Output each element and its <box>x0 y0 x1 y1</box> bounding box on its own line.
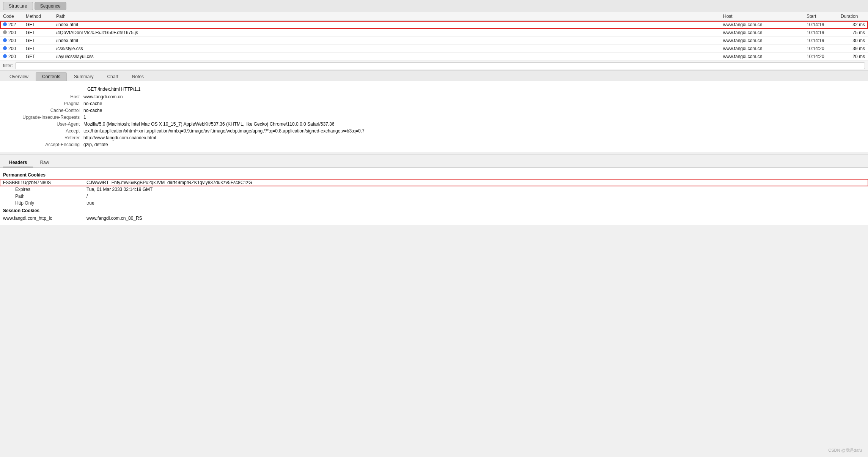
detail-field-label: Host <box>0 94 83 99</box>
cookie-sub-value: true <box>86 200 94 206</box>
tab-contents[interactable]: Contents <box>36 72 67 81</box>
detail-tabs: Overview Contents Summary Chart Notes <box>0 71 868 81</box>
status-indicator <box>3 22 7 26</box>
filter-label: filter: <box>3 63 13 68</box>
session-cookies-title: Session Cookies <box>0 206 868 215</box>
bottom-tabs: Headers Raw <box>0 157 868 168</box>
table-row[interactable]: 200GET/layui/css/layui.csswww.fangdi.com… <box>0 53 868 61</box>
detail-field-label: Accept-Encoding <box>0 142 83 147</box>
top-toolbar: Structure Sequence <box>0 0 868 12</box>
filter-input[interactable] <box>15 62 865 69</box>
table-row[interactable]: 202GET/index.htmlwww.fangdi.com.cn10:14:… <box>0 21 868 29</box>
session-cookie-value: www.fangdi.com.cn_80_RS <box>86 216 142 221</box>
permanent-cookies-title: Permanent Cookies <box>0 171 868 179</box>
col-header-start: Start <box>804 12 838 21</box>
detail-field-row: Pragmano-cache <box>0 100 868 107</box>
request-title-row: GET /index.html HTTP/1.1 <box>0 85 868 93</box>
session-cookie-row: www.fangdi.com_http_icwww.fangdi.com.cn_… <box>0 215 868 222</box>
cookie-sub-value: / <box>86 194 88 199</box>
tab-raw[interactable]: Raw <box>34 158 55 167</box>
detail-field-label: Cache-Control <box>0 108 83 113</box>
cookie-sub-value: Tue, 01 Mar 2033 02:14:19 GMT <box>86 187 153 192</box>
tab-sequence[interactable]: Sequence <box>35 2 66 10</box>
table-header-row: Code Method Path Host Start Duration <box>0 12 868 21</box>
table-row[interactable]: 200GET/css/style.csswww.fangdi.com.cn10:… <box>0 45 868 53</box>
cookie-sub-key: Expires <box>15 187 79 192</box>
detail-field-value: http://www.fangdi.com.cn/index.html <box>83 135 156 140</box>
detail-field-label: Pragma <box>0 101 83 106</box>
col-header-method: Method <box>23 12 53 21</box>
col-header-host: Host <box>720 12 804 21</box>
filter-bar: filter: <box>0 61 868 71</box>
detail-field-value: text/html,application/xhtml+xml,applicat… <box>83 128 365 134</box>
tab-headers[interactable]: Headers <box>3 158 33 167</box>
detail-field-value: gzip, deflate <box>83 142 108 147</box>
cookie-value: CJWwwRT_Fhfy.mwi6vKgBPu2qkJVM_d9rf49mprR… <box>86 180 252 185</box>
request-detail: GET /index.html HTTP/1.1 Hostwww.fangdi.… <box>0 81 868 152</box>
detail-field-label: Accept <box>0 128 83 134</box>
detail-field-value: www.fangdi.com.cn <box>83 94 123 99</box>
detail-field-row: Cache-Controlno-cache <box>0 107 868 114</box>
tab-overview[interactable]: Overview <box>3 72 35 81</box>
table-row[interactable]: 200GET/4QbVtADbnLVIc/c.FxJzG50F.dfe1675.… <box>0 29 868 37</box>
status-indicator <box>3 38 7 42</box>
tab-structure[interactable]: Structure <box>3 2 33 10</box>
detail-field-row: Accept-Encodinggzip, deflate <box>0 141 868 148</box>
cookie-sub-row: ExpiresTue, 01 Mar 2033 02:14:19 GMT <box>0 186 868 193</box>
detail-field-label: User-Agent <box>0 121 83 127</box>
cookie-sub-key: Path <box>15 194 79 199</box>
cookie-sub-key: Http Only <box>15 200 79 206</box>
cookies-section: Permanent Cookies FSSBBII1UgzbN7N80SCJWw… <box>0 168 868 225</box>
cookie-key: FSSBBII1UgzbN7N80S <box>3 180 79 185</box>
network-table: Code Method Path Host Start Duration 202… <box>0 12 868 61</box>
detail-field-row: Hostwww.fangdi.com.cn <box>0 93 868 100</box>
network-table-container: Code Method Path Host Start Duration 202… <box>0 12 868 61</box>
detail-field-label: Upgrade-Insecure-Requests <box>0 115 83 120</box>
col-header-code: Code <box>0 12 23 21</box>
session-cookie-key: www.fangdi.com_http_ic <box>3 216 79 221</box>
col-header-path: Path <box>53 12 720 21</box>
permanent-cookie-row[interactable]: FSSBBII1UgzbN7N80SCJWwwRT_Fhfy.mwi6vKgBP… <box>0 179 868 186</box>
cookie-sub-row: Path/ <box>0 193 868 200</box>
detail-field-label: Referer <box>0 135 83 140</box>
detail-field-value: 1 <box>83 115 86 120</box>
detail-field-row: Accepttext/html,application/xhtml+xml,ap… <box>0 128 868 134</box>
watermark: CSDN @我是dafu <box>828 448 862 453</box>
table-row[interactable]: 200GET/index.htmlwww.fangdi.com.cn10:14:… <box>0 37 868 45</box>
tab-chart[interactable]: Chart <box>101 72 124 81</box>
tab-summary[interactable]: Summary <box>68 72 100 81</box>
col-header-duration: Duration <box>838 12 868 21</box>
status-indicator <box>3 46 7 50</box>
cookie-sub-row: Http Onlytrue <box>0 200 868 206</box>
tab-notes[interactable]: Notes <box>126 72 150 81</box>
request-title: GET /index.html HTTP/1.1 <box>87 87 141 92</box>
detail-field-value: Mozilla/5.0 (Macintosh; Intel Mac OS X 1… <box>83 121 334 127</box>
detail-field-row: User-AgentMozilla/5.0 (Macintosh; Intel … <box>0 121 868 128</box>
detail-field-row: Refererhttp://www.fangdi.com.cn/index.ht… <box>0 134 868 141</box>
detail-field-row: Upgrade-Insecure-Requests1 <box>0 114 868 121</box>
detail-field-value: no-cache <box>83 101 102 106</box>
status-indicator <box>3 30 7 34</box>
section-divider <box>0 154 868 154</box>
status-indicator <box>3 54 7 58</box>
detail-field-value: no-cache <box>83 108 102 113</box>
